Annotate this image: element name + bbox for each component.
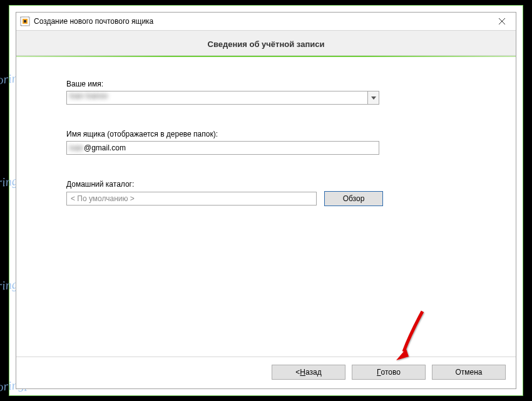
- mailbox-value-prefix: ivan: [69, 143, 83, 152]
- cancel-button[interactable]: Отмена: [432, 365, 506, 380]
- wizard-content: Ваше имя: Ivan Ivanov Имя ящика (отображ…: [16, 57, 516, 357]
- svg-rect-2: [24, 20, 26, 23]
- app-icon: [20, 16, 30, 26]
- browse-button[interactable]: Обзор: [324, 191, 383, 206]
- titlebar: Создание нового почтового ящика: [16, 13, 516, 30]
- wizard-heading: Сведения об учётной записи: [16, 39, 516, 49]
- finish-button-suffix: отово: [381, 368, 401, 377]
- chevron-down-icon: [371, 96, 376, 100]
- window-title: Создание нового почтового ящика: [34, 17, 488, 26]
- close-icon: [499, 18, 505, 24]
- name-dropdown-button[interactable]: [367, 91, 379, 104]
- wizard-footer: < Назад Готово Отмена: [16, 357, 516, 388]
- name-combo[interactable]: Ivan Ivanov: [66, 91, 379, 105]
- back-button-suffix: азад: [305, 368, 322, 377]
- mailbox-label: Имя ящика (отображается в дереве папок):: [66, 130, 466, 138]
- back-button-prefix: <: [295, 368, 300, 377]
- mailbox-input[interactable]: ivan@gmail.com: [66, 141, 379, 155]
- mailbox-value-suffix: @gmail.com: [84, 143, 126, 152]
- back-button[interactable]: < Назад: [272, 365, 345, 380]
- name-label: Ваше имя:: [66, 80, 466, 88]
- name-input[interactable]: Ivan Ivanov: [67, 91, 367, 104]
- back-button-hotkey: Н: [300, 368, 305, 377]
- home-label: Домашний каталог:: [66, 180, 466, 189]
- finish-button[interactable]: Готово: [352, 365, 426, 380]
- wizard-header: Сведения об учётной записи: [16, 30, 516, 56]
- close-button[interactable]: [488, 13, 516, 30]
- home-input[interactable]: < По умолчанию >: [66, 192, 317, 206]
- dialog-window: Создание нового почтового ящика Сведения…: [16, 12, 516, 389]
